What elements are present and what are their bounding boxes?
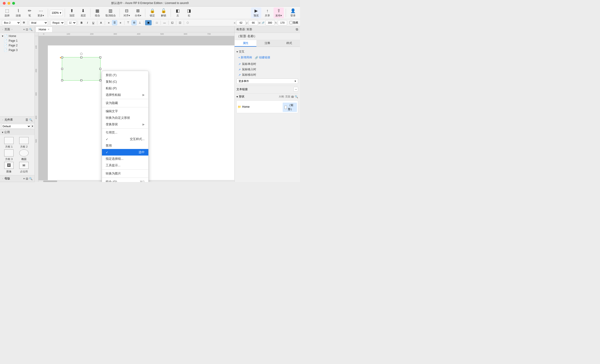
top-layer-tool[interactable]: ⬆ 顶层 xyxy=(67,8,77,18)
master-toolbar[interactable]: + ⊡ 🔍 xyxy=(23,177,33,180)
maximize-button[interactable] xyxy=(12,2,15,5)
select-tool[interactable]: ⬚ 选择 xyxy=(2,8,12,18)
unlock-tool[interactable]: 🔓 解锁 xyxy=(159,8,169,18)
ctx-copy[interactable]: 复制 (C) xyxy=(102,78,148,85)
handle-top-right[interactable] xyxy=(99,56,101,58)
window-controls[interactable] xyxy=(3,2,15,5)
w-input[interactable] xyxy=(265,20,275,25)
pen-tool[interactable]: ✏ 笔 xyxy=(24,8,35,18)
outline-rect-item[interactable]: （矩形） xyxy=(283,103,297,112)
home-tab[interactable]: Home ✕ xyxy=(36,27,53,32)
mouse-click-row[interactable]: ↗ 鼠标单击时 xyxy=(236,61,298,67)
handle-bottom-left[interactable] xyxy=(61,79,63,81)
lock-tool[interactable]: 🔒 锁定 xyxy=(147,8,158,18)
font-style-select[interactable]: Regular xyxy=(50,20,65,25)
handle-bottom-right[interactable] xyxy=(99,79,101,81)
minimize-button[interactable] xyxy=(8,2,10,5)
page-options-icon[interactable]: ⊡ xyxy=(26,28,28,31)
left-align-tool[interactable]: ◧ 左 xyxy=(173,8,183,18)
text-link-button[interactable]: → xyxy=(293,87,298,91)
element-name-select[interactable]: Box 2 xyxy=(2,20,21,25)
align-right-button[interactable]: ≡ xyxy=(118,20,123,25)
add-page-icon[interactable]: + xyxy=(23,28,25,31)
y-input[interactable] xyxy=(249,20,258,25)
search-master-icon[interactable]: 🔍 xyxy=(29,177,33,180)
align-tool[interactable]: ⊟ 对齐▾ xyxy=(122,8,132,18)
valign-bottom-button[interactable]: ⊥ xyxy=(137,20,142,25)
search-outline-icon[interactable]: 🔍 xyxy=(295,95,298,98)
tab-style[interactable]: 样式 xyxy=(278,40,300,47)
add-case-link[interactable]: + 新增用例 xyxy=(238,55,252,60)
hidden-checkbox-row[interactable]: 隐藏 xyxy=(290,21,298,24)
ctx-change-shape[interactable]: 变换形状 ▶ xyxy=(102,121,148,128)
ctx-paste-special[interactable]: 选择性粘贴 ▶ xyxy=(102,91,148,98)
zoom-control[interactable]: 100% ▾ xyxy=(50,10,63,16)
mouse-leave-row[interactable]: ↗ 鼠标移出时 xyxy=(236,72,298,78)
align-center-button[interactable]: ☰ xyxy=(112,20,117,25)
lock-ratio-button[interactable]: 🔗 xyxy=(262,20,265,25)
interaction-section-header[interactable]: ▾ 交互 xyxy=(236,49,298,55)
ctx-disable[interactable]: 禁用 xyxy=(102,142,148,149)
close-button[interactable] xyxy=(3,2,6,5)
comp-menu-icon[interactable]: ☰ xyxy=(26,118,28,122)
comp-toolbar[interactable]: ☰ 🔍 xyxy=(26,118,33,122)
master-options-icon[interactable]: ⊡ xyxy=(26,177,28,180)
public-section-header[interactable]: ▾ 公用 xyxy=(0,129,34,135)
search-comp-icon[interactable]: 🔍 xyxy=(29,118,33,122)
italic-button[interactable]: I xyxy=(85,20,90,25)
search-pages-icon[interactable]: 🔍 xyxy=(29,28,33,31)
ctx-reference-page[interactable]: 引用页... xyxy=(102,129,148,136)
component-panel-header[interactable]: ‹ 元件库 ☰ 🔍 xyxy=(0,117,34,123)
font-family-select[interactable]: Arial xyxy=(29,20,48,25)
publish-tool[interactable]: ⇪ 发布▾ xyxy=(273,8,284,18)
create-link-link[interactable]: 🔗 创建链接 xyxy=(255,55,270,60)
tab-close-icon[interactable]: ✕ xyxy=(47,28,49,31)
nav-prev-icon[interactable]: ‹ xyxy=(2,28,3,31)
bold-button[interactable]: B xyxy=(79,20,84,25)
mouse-enter-row[interactable]: ↗ 鼠标移入时 xyxy=(236,67,298,72)
comp-rect1[interactable]: 方框 1 xyxy=(2,137,16,148)
nav-prev-comp-icon[interactable]: ‹ xyxy=(2,118,3,121)
selected-rectangle[interactable]: ▼ xyxy=(62,57,101,81)
hidden-checkbox[interactable] xyxy=(290,21,292,24)
x-input[interactable] xyxy=(236,20,246,25)
more-events-button[interactable]: 更多事件 ▾ xyxy=(236,78,298,84)
corners-button[interactable]: ◱ xyxy=(170,20,175,25)
ctx-convert-custom[interactable]: 转换为自定义形状 xyxy=(102,115,148,121)
pages-toolbar[interactable]: + ⊡ 🔍 xyxy=(23,28,33,31)
ctx-tooltip[interactable]: 工具提示... xyxy=(102,162,148,169)
font-size-select[interactable]: 13 xyxy=(67,20,76,25)
filter-icon[interactable]: ⊟ xyxy=(291,95,294,98)
nav-next-icon[interactable]: › xyxy=(11,28,13,31)
fill-color-button[interactable]: ▣ xyxy=(145,20,152,25)
page3-item[interactable]: 📄 Page 3 xyxy=(0,48,34,53)
line-style-button[interactable]: — xyxy=(162,20,167,25)
connect-tool[interactable]: ⌇ 连接 xyxy=(13,8,23,18)
nav-prev-master-icon[interactable]: ‹ xyxy=(2,177,3,180)
opacity-button[interactable]: ◌ xyxy=(185,20,190,25)
ctx-edit-text[interactable]: 编辑文字 xyxy=(102,108,148,115)
ctx-convert-image[interactable]: 转换为图片 xyxy=(102,170,148,177)
ctx-selected[interactable]: ✓ 选中 xyxy=(102,149,148,155)
h-input[interactable] xyxy=(278,20,287,25)
canvas-wrapper[interactable]: 0 100 200 300 400 500 600 700 100 200 30… xyxy=(35,32,234,182)
handle-left[interactable] xyxy=(61,68,63,70)
handle-bottom[interactable] xyxy=(80,79,82,81)
ctx-group[interactable]: 组合 (G) ⌘G xyxy=(102,179,148,182)
bottom-layer-tool[interactable]: ⬇ 底层 xyxy=(78,8,88,18)
preview-tool[interactable]: ▶ 预览 xyxy=(251,8,261,18)
group-tool[interactable]: ▦ 组合 xyxy=(92,8,103,18)
page2-item[interactable]: 📄 Page 2 xyxy=(0,43,34,48)
tab-notes[interactable]: 注释 xyxy=(256,40,278,47)
valign-top-button[interactable]: ⊤ xyxy=(126,20,131,25)
rotate-handle[interactable] xyxy=(80,53,83,55)
page1-item[interactable]: 📄 Page 1 xyxy=(0,38,34,43)
comp-placeholder[interactable]: ✉ 占位符 xyxy=(17,162,31,173)
right-align-tool[interactable]: ◨ 右 xyxy=(184,8,194,18)
comp-ellipse[interactable]: 椭圆 xyxy=(17,149,31,161)
home-page-folder[interactable]: ▾ 📄 Home xyxy=(0,34,34,38)
shadow-button[interactable]: ◫ xyxy=(178,20,183,25)
comp-image[interactable]: 🖼 图像 xyxy=(2,162,16,173)
scroll-thumb[interactable] xyxy=(43,181,57,182)
ctx-assign-selection[interactable]: 指定选择组... xyxy=(102,155,148,162)
